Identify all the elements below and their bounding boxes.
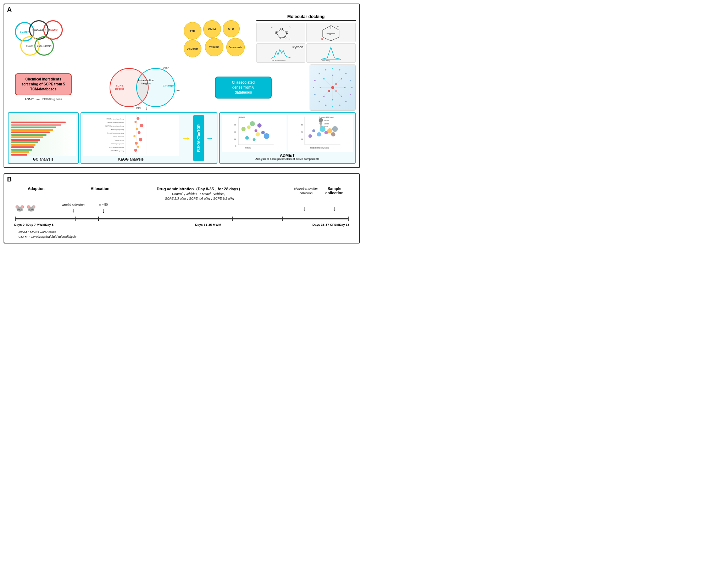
timeline-container: Adaption Allocation Drug administration（… <box>8 186 356 239</box>
mwm-legend: MWM：Morris water maze <box>18 230 352 235</box>
svg-text:5000.00: 5000.00 <box>323 120 329 122</box>
tick-2 <box>75 217 76 221</box>
venn-label: Venn <box>163 66 169 69</box>
svg-point-102 <box>318 118 323 122</box>
svg-point-27 <box>350 94 351 95</box>
arrows-row: 🐭 🐭 Model selection ↓ n＝50 ↓ <box>11 202 352 214</box>
svg-point-104 <box>319 122 322 125</box>
svg-text:Dist. of dose value: Dist. of dose value <box>271 60 285 62</box>
svg-point-62 <box>134 121 137 123</box>
ppi-label: PPI <box>136 107 141 110</box>
model-sel-label: Model selection <box>62 203 85 207</box>
right-panel <box>310 65 356 111</box>
ctd-bubble: CTD <box>223 20 240 37</box>
svg-text:H: H <box>329 33 331 35</box>
svg-point-97 <box>255 132 260 136</box>
ci-targets-label: CI targets <box>163 84 176 87</box>
svg-text:O: O <box>337 26 339 28</box>
admet-box: 0 0.3 0.2 0.1 BBB≥0.3 <box>219 112 356 164</box>
svg-point-70 <box>134 149 137 152</box>
svg-point-33 <box>314 94 316 95</box>
mol-img-1: H O N <box>256 23 306 42</box>
svg-line-5 <box>276 29 282 33</box>
kegg-chart: PI3K-Akt signaling pathway Calcium signa… <box>83 115 179 156</box>
kegg-analysis-title: KEGG analysis <box>83 157 179 161</box>
svg-line-57 <box>324 79 333 88</box>
svg-line-55 <box>324 88 333 96</box>
svg-point-68 <box>135 142 138 145</box>
svg-text:PI3K-Akt signaling pathway: PI3K-Akt signaling pathway <box>107 118 124 120</box>
venn-right-arrow: → <box>176 88 181 93</box>
python-label: Python <box>293 45 304 49</box>
svg-text:0: 0 <box>235 145 236 147</box>
mouse-icon-1: 🐭 <box>15 204 24 213</box>
intersection-label: Intersection targets <box>135 79 157 85</box>
scpe-targets-label: SCPE targets <box>111 84 128 90</box>
neuro-phase: Neurotransmitter detection <box>292 186 320 195</box>
svg-point-67 <box>139 138 142 141</box>
svg-line-6 <box>282 29 287 33</box>
sample-arrow: ↓ <box>320 205 349 212</box>
venn-right-circle <box>136 68 175 107</box>
svg-text:Predicted Toxicity Class: Predicted Toxicity Class <box>310 147 329 149</box>
svg-point-114 <box>320 126 325 132</box>
tick-3 <box>98 217 99 221</box>
n-arrow: ↓ <box>102 207 105 214</box>
adme-label: ADME <box>24 97 34 101</box>
allocation-label: Allocation <box>90 186 109 191</box>
svg-text:IL-17 signaling pathway: IL-17 signaling pathway <box>109 146 124 148</box>
svg-text:Predicted LD50 (mg/kg): Predicted LD50 (mg/kg) <box>319 116 334 118</box>
svg-text:OB (%): OB (%) <box>245 147 251 149</box>
n-allocation: n＝50 ↓ <box>89 202 118 214</box>
svg-point-96 <box>252 138 255 141</box>
svg-text:Time (min): Time (min) <box>321 60 330 62</box>
tick-5 <box>282 217 283 221</box>
legend-area: MWM：Morris water maze CSFM：Cerebrospinal… <box>11 230 352 239</box>
svg-text:0.2: 0.2 <box>234 131 236 133</box>
go-analysis-box: GO analysis <box>8 112 79 164</box>
section-b-label: B <box>7 176 12 183</box>
neuro-label: Neurotransmitter detection <box>292 186 320 195</box>
go-analysis-title: GO analysis <box>10 157 76 161</box>
svg-text:Calcium signaling pathway: Calcium signaling pathway <box>107 122 124 123</box>
day-38-label: Day 38 <box>339 223 349 226</box>
yellow-arrow: → <box>181 115 191 161</box>
svg-text:Cholinergic synapse: Cholinergic synapse <box>111 143 124 145</box>
svg-point-34 <box>313 87 314 88</box>
svg-point-63 <box>140 124 143 127</box>
tick-6 <box>348 217 349 221</box>
adaption-phase: Adaption <box>15 186 57 191</box>
scatter-plots-row: 0 0.3 0.2 0.1 BBB≥0.3 <box>222 115 354 152</box>
days-31-35-label: Days 31-35 MWM <box>54 223 312 226</box>
svg-text:Adrenergic signaling: Adrenergic signaling <box>111 129 124 130</box>
section-b: B Adaption Allocation <box>4 173 360 243</box>
go-chart <box>10 115 76 156</box>
svg-point-30 <box>332 106 333 107</box>
svg-text:N: N <box>289 38 290 40</box>
boxes-row: Chemical ingredients screening of SCPE f… <box>8 65 356 111</box>
svg-point-118 <box>332 126 338 132</box>
svg-point-25 <box>350 80 351 81</box>
sample-label: Sample collection <box>320 186 349 195</box>
venn-section: SCPE targets Intersection targets CI tar… <box>108 65 179 111</box>
day-labels-row: Days 0-7 Day 7 MWM Day 8 Days 31-35 MWM … <box>11 223 352 226</box>
svg-text:BBB≥0.3: BBB≥0.3 <box>239 116 245 118</box>
svg-point-95 <box>245 136 249 140</box>
svg-point-94 <box>263 133 269 139</box>
svg-point-90 <box>250 121 255 126</box>
adaption-label: Adaption <box>28 186 45 191</box>
svg-text:0.1: 0.1 <box>234 138 236 140</box>
mol-docking-title: Molecular docking <box>256 14 356 21</box>
n-label: n＝50 <box>99 202 108 207</box>
svg-line-51 <box>333 79 342 88</box>
svg-point-92 <box>257 123 261 128</box>
svg-point-64 <box>136 128 138 130</box>
go-bars <box>11 122 75 156</box>
section-a-label: A <box>7 6 12 13</box>
cyan-arrow: → <box>206 115 214 161</box>
kegg-chart-area: PI3K-Akt signaling pathway Calcium signa… <box>83 115 179 161</box>
svg-text:0.3: 0.3 <box>234 124 236 126</box>
day-7-label: Day 7 MWM <box>27 223 45 226</box>
neuro-arrow: ↓ <box>290 205 318 212</box>
svg-text:350: 350 <box>300 124 303 126</box>
